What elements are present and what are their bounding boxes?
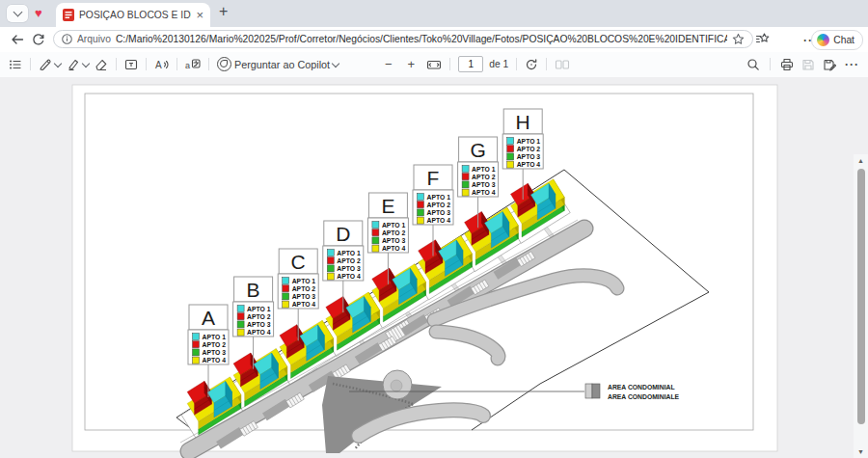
area-legend-line1: AREA CONDOMINIAL — [608, 384, 675, 391]
info-icon[interactable] — [62, 34, 72, 44]
ask-copilot-button[interactable]: Perguntar ao Copilot — [217, 57, 339, 71]
block-letter: H — [516, 111, 530, 133]
apto-label: APTO 4 — [517, 161, 541, 168]
apto-label: APTO 2 — [517, 146, 541, 152]
apto-label: APTO 1 — [382, 222, 406, 229]
page-number-input[interactable] — [458, 56, 483, 72]
url-input[interactable]: Arquivo C:/Mario%20130126/Mario%202025/P… — [53, 30, 753, 48]
translate-button[interactable]: a — [185, 58, 201, 71]
apto-label: APTO 2 — [472, 174, 496, 180]
apto-label: APTO 3 — [472, 181, 496, 188]
apto-label: APTO 2 — [337, 257, 361, 264]
apto-label: APTO 3 — [517, 153, 541, 160]
pdf-viewer: AREA CONDOMINIAL AREA CONDOMINIALE AAPTO… — [0, 77, 868, 458]
page-view-button-disabled — [555, 58, 570, 71]
erase-button[interactable] — [95, 58, 108, 71]
block-letter: B — [247, 279, 260, 301]
search-button[interactable] — [746, 58, 760, 71]
add-favorite-star-icon[interactable] — [732, 33, 745, 45]
apto-label: APTO 2 — [247, 313, 271, 320]
apto-label: APTO 2 — [382, 229, 406, 236]
apto-label: APTO 1 — [517, 138, 541, 145]
back-button[interactable] — [11, 33, 24, 46]
pdf-page-site-plan: AREA CONDOMINIAL AREA CONDOMINIALE AAPTO… — [0, 77, 868, 458]
apto-label: APTO 3 — [382, 237, 406, 244]
tab-active[interactable]: POSIÇAO BLOCOS E IDENTIFICAÇÃ × — [56, 3, 210, 27]
block-letter: A — [202, 307, 215, 329]
apto-label: APTO 3 — [292, 293, 316, 300]
pdf-toolbar: A a Perguntar ao Copilot − + de 1 — [0, 52, 868, 78]
address-bar: Arquivo C:/Mario%20130126/Mario%202025/P… — [0, 27, 868, 53]
browser-window: ♥ POSIÇAO BLOCOS E IDENTIFICAÇÃ × + — [0, 0, 868, 458]
tab-close-icon[interactable]: × — [196, 9, 203, 21]
zoom-in-button[interactable]: + — [408, 57, 416, 71]
file-scheme-label: Arquivo — [77, 34, 111, 44]
ask-copilot-label: Perguntar ao Copilot — [234, 59, 330, 70]
chat-label: Chat — [833, 35, 854, 45]
tab-search-button[interactable] — [7, 5, 28, 22]
chevron-down-icon — [54, 59, 62, 67]
apto-label: APTO 1 — [472, 166, 496, 173]
scrollbar[interactable]: ▲ ▼ — [854, 154, 868, 458]
area-legend-line2: AREA CONDOMINIALE — [608, 393, 680, 400]
apto-label: APTO 3 — [247, 321, 271, 328]
apto-label: APTO 3 — [337, 265, 361, 272]
apto-label: APTO 1 — [203, 334, 227, 340]
apto-label: APTO 2 — [427, 202, 451, 208]
apto-label: APTO 3 — [427, 209, 451, 216]
apto-label: APTO 1 — [247, 306, 271, 312]
block-letter: F — [427, 167, 440, 189]
chevron-down-icon — [13, 8, 22, 17]
svg-text:a: a — [185, 61, 190, 70]
new-tab-button[interactable]: + — [219, 3, 228, 20]
scrollbar-thumb[interactable] — [857, 169, 865, 424]
apto-label: APTO 1 — [427, 194, 451, 201]
pdf-file-icon — [63, 9, 74, 21]
apto-label: APTO 4 — [247, 329, 271, 336]
save-button-disabled — [801, 58, 815, 71]
apto-label: APTO 4 — [203, 357, 227, 364]
read-aloud-button[interactable]: A — [154, 58, 169, 71]
browser-essentials-heart-icon[interactable]: ♥ — [35, 6, 42, 20]
block-letter: G — [470, 139, 485, 161]
rotate-button[interactable] — [525, 58, 538, 71]
print-button[interactable] — [780, 58, 794, 71]
refresh-button[interactable] — [32, 33, 45, 46]
svg-text:A: A — [155, 60, 162, 70]
apto-label: APTO 4 — [292, 301, 316, 308]
block-letter: D — [336, 223, 350, 245]
apto-label: APTO 4 — [472, 189, 496, 196]
tab-title: POSIÇAO BLOCOS E IDENTIFICAÇÃ — [79, 10, 191, 20]
highlight-button[interactable] — [67, 58, 89, 71]
apto-label: APTO 2 — [203, 341, 227, 348]
copilot-icon — [817, 34, 829, 46]
block-letter: C — [291, 251, 306, 273]
apto-label: APTO 2 — [292, 285, 316, 292]
apto-label: APTO 3 — [203, 349, 227, 356]
chevron-down-icon — [82, 59, 90, 67]
apto-label: APTO 4 — [337, 273, 361, 280]
draw-pen-button[interactable] — [39, 58, 61, 71]
scroll-up-arrow[interactable]: ▲ — [857, 157, 864, 164]
page-count-label: de 1 — [489, 59, 508, 69]
copilot-outline-icon — [217, 57, 231, 71]
tab-bar: ♥ POSIÇAO BLOCOS E IDENTIFICAÇÃ × + — [0, 0, 868, 27]
favorites-hub-icon[interactable] — [755, 32, 770, 46]
copilot-chat-button[interactable]: Chat — [811, 30, 863, 50]
apto-label: APTO 4 — [382, 245, 406, 252]
chevron-down-icon — [332, 59, 339, 67]
scroll-down-arrow[interactable]: ▼ — [857, 448, 864, 455]
fit-to-width-button[interactable] — [426, 58, 442, 71]
add-text-button[interactable] — [124, 58, 138, 71]
apto-label: APTO 4 — [427, 217, 451, 224]
url-text: C:/Mario%20130126/Mario%202025/Prof/Corr… — [116, 34, 727, 44]
pdf-more-button[interactable]: ··· — [845, 58, 859, 71]
save-as-button[interactable] — [823, 58, 837, 71]
zoom-out-button[interactable]: − — [385, 57, 393, 71]
table-of-contents-button[interactable] — [9, 58, 22, 71]
apto-label: APTO 1 — [292, 278, 316, 284]
block-letter: E — [381, 195, 394, 217]
apto-label: APTO 1 — [337, 250, 361, 256]
